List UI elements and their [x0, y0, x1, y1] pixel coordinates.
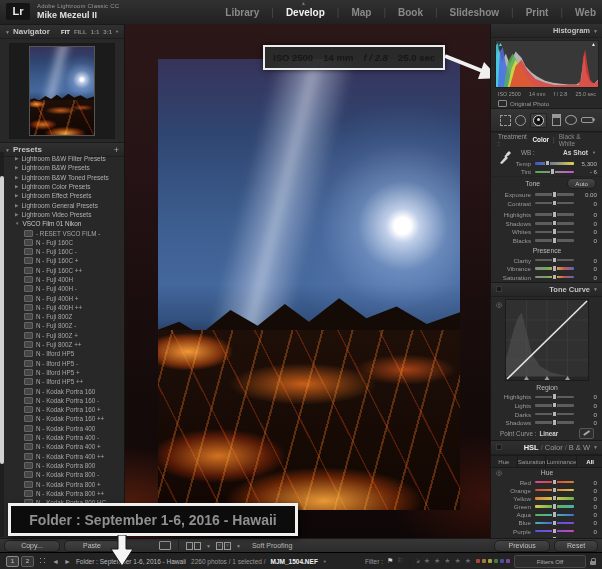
edit-point-curve-icon[interactable] — [579, 428, 594, 439]
color-label-dot[interactable] — [500, 559, 504, 563]
slider-thumb[interactable] — [552, 393, 557, 400]
pick-flag-icon[interactable]: ⚑ — [387, 557, 393, 565]
panel-switch-icon[interactable] — [496, 286, 502, 292]
slider-value[interactable]: 5,300 — [574, 160, 597, 167]
slider-thumb[interactable] — [552, 495, 557, 502]
rating-operator[interactable]: ≥ — [417, 558, 420, 564]
preset-item[interactable]: N - Fuji 800Z - — [0, 321, 124, 330]
preset-group-open[interactable]: ▼ VSCO Film 01 Nikon — [0, 219, 124, 228]
preset-item[interactable]: N - Kodak Portra 400 + — [0, 442, 124, 451]
crop-overlay-icon[interactable] — [500, 115, 511, 126]
slider-thumb[interactable] — [545, 160, 550, 167]
slider-thumb[interactable] — [552, 237, 557, 244]
slider-value[interactable]: 0 — [574, 265, 597, 272]
slider-thumb[interactable] — [550, 168, 555, 175]
chevron-down-icon[interactable]: ▼ — [236, 543, 241, 549]
copy-button[interactable]: Copy... — [4, 540, 60, 552]
soft-proofing-toggle[interactable]: Soft Proofing — [252, 542, 292, 549]
panel-switch-icon[interactable] — [496, 444, 502, 450]
targeted-adjustment-icon[interactable]: ◎ — [496, 301, 502, 309]
slider-thumb[interactable] — [552, 191, 557, 198]
preset-item[interactable]: N - Kodak Portra 160 + — [0, 405, 124, 414]
slider-thumb[interactable] — [552, 419, 557, 426]
slider-track[interactable] — [535, 171, 574, 174]
preset-item[interactable]: N - Fuji 160C + — [0, 256, 124, 265]
module-tab[interactable]: Map — [331, 7, 378, 18]
wb-preset-dropdown[interactable]: As Shot — [563, 149, 588, 156]
slider-track[interactable] — [535, 193, 574, 196]
slider-thumb[interactable] — [552, 411, 557, 418]
slider-track[interactable] — [535, 413, 574, 416]
slider-thumb[interactable] — [552, 228, 557, 235]
slider-value[interactable]: 0 — [574, 220, 597, 227]
spot-removal-icon[interactable] — [515, 115, 526, 126]
slider-thumb[interactable] — [552, 200, 557, 207]
slider-track[interactable] — [535, 404, 574, 407]
preset-item[interactable]: N - Fuji 800Z + — [0, 331, 124, 340]
slider-value[interactable]: 0 — [574, 402, 597, 409]
preset-group[interactable]: ▶ Lightroom Video Presets — [0, 210, 124, 219]
preset-item[interactable]: N - Kodak Portra 800 - — [0, 470, 124, 479]
slider-track[interactable] — [535, 222, 574, 225]
module-tab[interactable]: Library — [219, 7, 265, 18]
preset-item[interactable]: N - Fuji 160C - — [0, 247, 124, 256]
wb-eyedropper-icon[interactable] — [498, 149, 512, 165]
slider-thumb[interactable] — [552, 528, 557, 535]
slider-track[interactable] — [535, 530, 574, 533]
previous-photo-icon[interactable]: ◄ — [52, 558, 59, 565]
preset-item[interactable]: N - Ilford HP5 - — [0, 359, 124, 368]
preset-group[interactable]: ▶ Lightroom B&W Toned Presets — [0, 173, 124, 182]
slider-value[interactable]: 0 — [574, 419, 597, 426]
slider-value[interactable]: 0 — [574, 393, 597, 400]
color-label-dot[interactable] — [482, 559, 486, 563]
module-tab[interactable]: Book — [377, 7, 429, 18]
treatment-bw-option[interactable]: Black & White — [559, 133, 596, 147]
slider-value[interactable]: 0 — [574, 511, 597, 518]
preset-item[interactable]: N - Kodak Portra 800 — [0, 461, 124, 470]
tone-curve-grid[interactable] — [505, 299, 589, 381]
preset-item[interactable]: N - Ilford HP5 — [0, 349, 124, 358]
loupe-view-icon[interactable] — [159, 541, 171, 550]
preset-group[interactable]: ▶ Lightroom Color Presets — [0, 182, 124, 191]
histogram[interactable]: ▲ ▲ — [495, 40, 599, 88]
slider-track[interactable] — [535, 514, 574, 517]
presets-scrollbar-thumb[interactable] — [0, 176, 4, 464]
slider-value[interactable]: 0 — [574, 495, 597, 502]
slider-track[interactable] — [535, 267, 574, 270]
filters-off-dropdown[interactable]: Filters Off — [514, 555, 586, 568]
zoom-level-option[interactable]: FIT — [61, 29, 70, 35]
navigator-preview-image[interactable] — [29, 46, 95, 136]
slider-track[interactable] — [535, 396, 574, 399]
slider-value[interactable]: 0 — [574, 528, 597, 535]
module-tab[interactable]: Web — [554, 7, 602, 18]
preset-item[interactable]: N - Fuji 400H ++ — [0, 303, 124, 312]
preset-item[interactable]: N - Fuji 800Z ++ — [0, 340, 124, 349]
slider-thumb[interactable] — [552, 220, 557, 227]
hsl-header[interactable]: HSL / Color / B & W ▼ — [491, 440, 602, 455]
slider-value[interactable]: 0 — [574, 411, 597, 418]
preset-item[interactable]: N - Kodak Portra 800 + — [0, 479, 124, 488]
graduated-filter-icon[interactable] — [552, 114, 561, 126]
slider-track[interactable] — [535, 231, 574, 234]
zoom-level-option[interactable]: 3:1 — [103, 29, 112, 35]
next-photo-icon[interactable]: ► — [64, 558, 71, 565]
adjustment-brush-icon[interactable] — [581, 117, 594, 123]
hsl-tab[interactable]: Hue — [491, 456, 518, 467]
zoom-level-option[interactable]: 1:1 — [91, 29, 100, 35]
histogram-header[interactable]: Histogram ▼ — [491, 24, 602, 38]
reject-flag-icon[interactable]: ⚐ — [397, 557, 403, 565]
tone-curve-header[interactable]: Tone Curve ▼ — [491, 282, 602, 297]
preset-item[interactable]: N - Kodak Portra 160 - — [0, 396, 124, 405]
slider-track[interactable] — [535, 421, 574, 424]
preset-item[interactable]: N - Ilford HP5 ++ — [0, 377, 124, 386]
slider-thumb[interactable] — [552, 402, 557, 409]
slider-track[interactable] — [535, 522, 574, 525]
slider-value[interactable]: 0 — [574, 228, 597, 235]
main-photo[interactable] — [158, 59, 460, 510]
hsl-mode-bw[interactable]: B & W — [569, 443, 590, 452]
hsl-tab[interactable]: Luminance — [546, 456, 577, 467]
module-tab[interactable]: Slideshow — [429, 7, 505, 18]
navigator-header[interactable]: ▼ Navigator FITFILL1:13:1 ▼ — [0, 24, 124, 39]
preset-item[interactable]: N - Kodak Portra 400 - — [0, 433, 124, 442]
slider-value[interactable]: 0 — [574, 211, 597, 218]
